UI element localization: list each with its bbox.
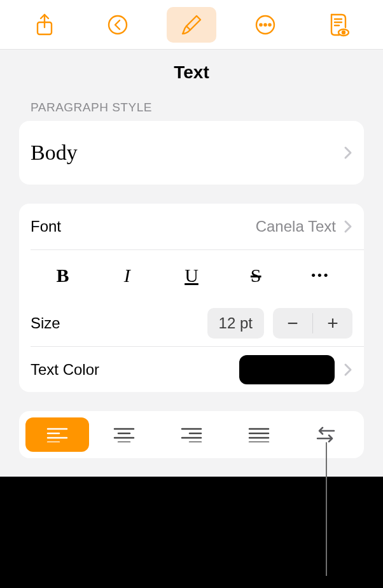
align-justify-icon bbox=[248, 427, 270, 442]
align-right-button[interactable] bbox=[160, 417, 223, 452]
svg-point-5 bbox=[268, 24, 270, 25]
align-justify-button[interactable] bbox=[227, 417, 291, 452]
undo-button[interactable] bbox=[93, 7, 143, 43]
share-icon bbox=[36, 13, 53, 36]
font-label: Font bbox=[31, 218, 256, 235]
align-left-button[interactable] bbox=[25, 417, 89, 452]
underline-button[interactable]: U bbox=[159, 250, 223, 300]
text-color-swatch bbox=[239, 355, 335, 384]
paragraph-style-label: PARAGRAPH STYLE bbox=[19, 101, 364, 121]
align-center-icon bbox=[113, 427, 135, 442]
paragraph-style-card[interactable]: Body bbox=[19, 121, 364, 185]
paragraph-style-value: Body bbox=[31, 141, 78, 165]
bold-button[interactable]: B bbox=[31, 250, 95, 300]
undo-icon bbox=[106, 13, 129, 36]
text-color-label: Text Color bbox=[31, 361, 239, 379]
top-toolbar bbox=[0, 0, 383, 50]
font-row[interactable]: Font Canela Text bbox=[19, 204, 364, 249]
size-row: Size 12 pt − + bbox=[19, 300, 364, 346]
document-eye-icon bbox=[328, 13, 349, 37]
chevron-right-icon bbox=[344, 220, 352, 234]
align-center-button[interactable] bbox=[93, 417, 157, 452]
size-stepper: − + bbox=[273, 308, 352, 339]
svg-point-4 bbox=[264, 24, 266, 25]
svg-point-3 bbox=[260, 24, 261, 25]
format-button[interactable] bbox=[167, 7, 216, 43]
alignment-card bbox=[19, 411, 364, 458]
size-value[interactable]: 12 pt bbox=[207, 308, 264, 339]
panel-title: Text bbox=[0, 50, 383, 101]
size-increase-button[interactable]: + bbox=[313, 308, 352, 339]
document-options-button[interactable] bbox=[314, 7, 363, 43]
font-style-row: B I U S ••• bbox=[31, 249, 364, 300]
more-styles-button[interactable]: ••• bbox=[288, 250, 352, 300]
font-value: Canela Text bbox=[256, 218, 336, 235]
size-label: Size bbox=[31, 314, 207, 332]
align-right-icon bbox=[181, 427, 202, 442]
text-color-row[interactable]: Text Color bbox=[31, 346, 364, 392]
svg-point-7 bbox=[342, 31, 345, 34]
align-left-icon bbox=[46, 427, 68, 442]
bidirectional-arrows-icon bbox=[315, 426, 337, 444]
more-circle-icon bbox=[254, 13, 277, 36]
italic-button[interactable]: I bbox=[95, 250, 159, 300]
share-button[interactable] bbox=[20, 7, 69, 43]
chevron-right-icon bbox=[344, 363, 352, 377]
size-decrease-button[interactable]: − bbox=[273, 308, 312, 339]
svg-point-1 bbox=[109, 16, 127, 34]
more-button[interactable] bbox=[240, 7, 290, 43]
strikethrough-button[interactable]: S bbox=[224, 250, 288, 300]
chevron-right-icon bbox=[344, 146, 352, 160]
callout-line bbox=[326, 442, 327, 576]
paintbrush-icon bbox=[180, 13, 203, 36]
font-card: Font Canela Text B I U S ••• Size 12 pt … bbox=[19, 204, 364, 392]
